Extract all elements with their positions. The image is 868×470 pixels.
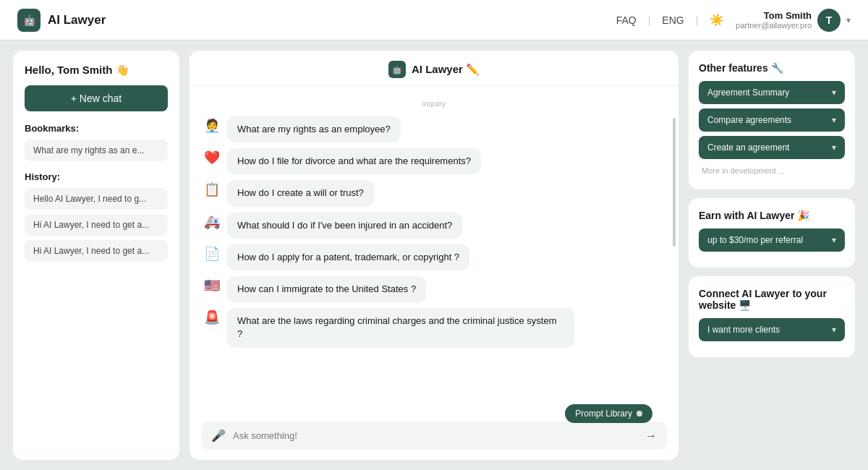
chat-logo-icon: 🤖	[388, 61, 406, 78]
prompt-library-label: Prompt Library	[575, 409, 632, 419]
user-email: partner@ailawyer.pro	[736, 21, 812, 30]
connect-card: Connect AI Lawyer to your website 🖥️ I w…	[689, 276, 855, 357]
history-title: History:	[25, 171, 168, 182]
header-left: 🤖 AI Lawyer	[17, 9, 106, 32]
bookmark-item[interactable]: What are my rights as an e...	[25, 140, 168, 161]
chevron-icon: ▾	[832, 142, 836, 153]
agreement-summary-button[interactable]: Agreement Summary ▾	[699, 81, 845, 104]
divider-1: |	[648, 14, 651, 26]
chevron-icon: ▾	[832, 235, 836, 245]
message-icon-6: 🚨	[204, 309, 220, 325]
chat-input-area: Prompt Library 🎤 →	[190, 407, 678, 460]
message-icon-2: 📋	[204, 181, 220, 197]
message-icon-0: 🧑‍💼	[204, 118, 220, 134]
create-agreement-button[interactable]: Create an agreement ▾	[699, 136, 845, 159]
greeting: Hello, Tom Smith 👋	[25, 64, 168, 77]
divider-2: |	[696, 14, 699, 26]
new-chat-button[interactable]: + New chat	[25, 85, 168, 111]
chevron-icon: ▾	[832, 325, 836, 335]
bookmarks-title: Bookmarks:	[25, 123, 168, 134]
more-clients-button[interactable]: I want more clients ▾	[699, 318, 845, 341]
mic-icon[interactable]: 🎤	[211, 429, 226, 443]
dev-text: More in development ...	[699, 163, 845, 178]
referral-label: up to $30/mo per referral	[707, 235, 803, 245]
inquiry-label: inquiry	[204, 96, 664, 111]
theme-icon[interactable]: ☀️	[710, 13, 724, 27]
chat-panel: 🤖 AI Lawyer ✏️ inquiry 🧑‍💼 What are my r…	[190, 51, 678, 460]
agreement-summary-label: Agreement Summary	[707, 87, 789, 98]
app-title: AI Lawyer	[48, 13, 106, 27]
message-bubble: How do I file for divorce and what are t…	[227, 148, 481, 174]
message-row: 🇺🇸 How can I immigrate to the United Sta…	[204, 276, 664, 302]
message-icon-3: 🚑	[204, 214, 220, 230]
message-row: 📄 How do I apply for a patent, trademark…	[204, 244, 664, 270]
header: 🤖 AI Lawyer FAQ | ENG | ☀️ Tom Smith par…	[0, 0, 868, 40]
chevron-icon: ▾	[832, 87, 836, 98]
right-sidebar: Other features 🔧 Agreement Summary ▾ Com…	[689, 51, 855, 460]
logo-icon: 🤖	[17, 9, 41, 32]
prompt-library-button[interactable]: Prompt Library	[565, 404, 652, 423]
history-item[interactable]: Hello AI Lawyer, I need to g...	[25, 188, 168, 210]
message-icon-1: ❤️	[204, 150, 220, 166]
message-bubble: What should I do if I've been injured in…	[227, 213, 462, 239]
features-title: Other features 🔧	[699, 62, 845, 74]
message-bubble: What are my rights as an employee?	[227, 116, 401, 142]
message-icon-4: 📄	[204, 246, 220, 262]
send-button[interactable]: →	[645, 430, 657, 443]
left-sidebar: Hello, Tom Smith 👋 + New chat Bookmarks:…	[13, 51, 179, 460]
message-row: ❤️ How do I file for divorce and what ar…	[204, 148, 664, 174]
connect-title: Connect AI Lawyer to your website 🖥️	[699, 288, 845, 311]
chevron-icon: ▾	[832, 115, 836, 125]
user-menu[interactable]: Tom Smith partner@ailawyer.pro T ▾	[736, 9, 851, 32]
main-layout: Hello, Tom Smith 👋 + New chat Bookmarks:…	[0, 40, 868, 470]
message-row: 🚨 What are the laws regarding criminal c…	[204, 308, 664, 347]
chat-header: 🤖 AI Lawyer ✏️	[190, 51, 678, 86]
chevron-down-icon: ▾	[846, 15, 851, 25]
earn-title: Earn with AI Lawyer 🎉	[699, 210, 845, 221]
history-item[interactable]: Hi AI Lawyer, I need to get a...	[25, 240, 168, 262]
chat-input[interactable]	[233, 430, 638, 441]
message-row: 🧑‍💼 What are my rights as an employee?	[204, 116, 664, 142]
header-right: FAQ | ENG | ☀️ Tom Smith partner@ailawye…	[616, 9, 851, 32]
user-name: Tom Smith	[764, 10, 812, 21]
more-clients-label: I want more clients	[707, 325, 780, 335]
faq-link[interactable]: FAQ	[616, 14, 637, 26]
message-icon-5: 🇺🇸	[204, 278, 220, 294]
avatar: T	[817, 9, 841, 32]
message-row: 📋 How do I create a will or trust?	[204, 180, 664, 206]
history-section: History: Hello AI Lawyer, I need to g...…	[25, 171, 168, 262]
user-info: Tom Smith partner@ailawyer.pro	[736, 10, 812, 30]
scrollbar[interactable]	[673, 118, 676, 247]
earn-card: Earn with AI Lawyer 🎉 up to $30/mo per r…	[689, 198, 855, 268]
message-bubble: What are the laws regarding criminal cha…	[227, 308, 574, 347]
message-row: 🚑 What should I do if I've been injured …	[204, 213, 664, 239]
compare-agreements-button[interactable]: Compare agreements ▾	[699, 108, 845, 132]
features-card: Other features 🔧 Agreement Summary ▾ Com…	[689, 51, 855, 189]
prompt-lib-dot	[637, 411, 642, 416]
message-bubble: How do I create a will or trust?	[227, 180, 374, 206]
chat-messages[interactable]: inquiry 🧑‍💼 What are my rights as an emp…	[190, 86, 678, 407]
referral-button[interactable]: up to $30/mo per referral ▾	[699, 228, 845, 252]
chat-input-wrapper: 🎤 →	[201, 422, 667, 450]
chat-title: AI Lawyer ✏️	[412, 63, 480, 76]
create-agreement-label: Create an agreement	[707, 142, 789, 153]
compare-agreements-label: Compare agreements	[707, 115, 791, 125]
message-bubble: How do I apply for a patent, trademark, …	[227, 244, 469, 270]
language-selector[interactable]: ENG	[662, 14, 684, 26]
history-item[interactable]: Hi AI Lawyer, I need to get a...	[25, 214, 168, 236]
message-bubble: How can I immigrate to the United States…	[227, 276, 426, 302]
